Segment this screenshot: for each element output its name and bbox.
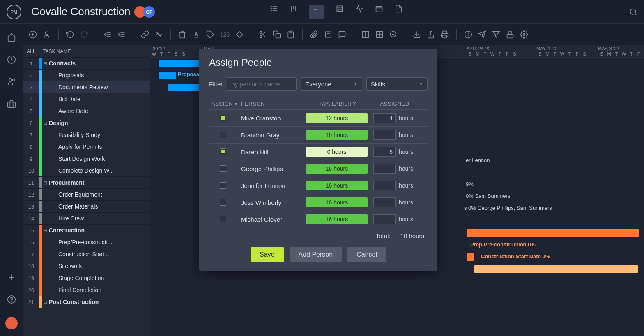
indent-icon[interactable]: [117, 30, 126, 39]
redo-icon[interactable]: [80, 30, 88, 39]
col-task[interactable]: TASK NAME: [39, 49, 71, 54]
task-row[interactable]: 12 Order Equipment: [23, 189, 150, 201]
task-row[interactable]: 17 Construction Start ...: [23, 248, 150, 260]
task-row[interactable]: 21 ⊟ Post Construction: [23, 296, 150, 308]
zoom-icon[interactable]: [389, 30, 398, 39]
filter-input[interactable]: [227, 77, 297, 91]
gantt-icon[interactable]: [309, 5, 324, 19]
team-icon[interactable]: [7, 77, 16, 86]
trash-icon[interactable]: [178, 30, 186, 39]
task-row[interactable]: 3 Documents Review: [23, 81, 150, 93]
gantt-bar[interactable]: [467, 229, 639, 237]
cut-icon[interactable]: [259, 30, 267, 39]
board-icon[interactable]: [290, 5, 298, 13]
person-icon[interactable]: [43, 30, 51, 39]
calendar-icon[interactable]: [375, 5, 383, 13]
search-icon[interactable]: [629, 8, 637, 16]
assign-checkbox[interactable]: [220, 199, 226, 206]
expand-icon[interactable]: ⊟: [44, 299, 47, 305]
assign-checkbox[interactable]: [220, 115, 226, 121]
assign-checkbox[interactable]: [220, 132, 226, 138]
home-icon[interactable]: [7, 33, 16, 42]
settings-icon[interactable]: [520, 30, 528, 39]
assign-checkbox[interactable]: [220, 182, 226, 189]
filter-skills-select[interactable]: Skills▼: [366, 77, 428, 91]
hours-input[interactable]: [373, 181, 396, 190]
send-icon[interactable]: [478, 30, 486, 39]
expand-icon[interactable]: ⊟: [44, 228, 47, 233]
add-icon[interactable]: [7, 273, 16, 282]
undo-icon[interactable]: [66, 30, 74, 39]
task-row[interactable]: 15 ⊟ Construction: [23, 225, 150, 236]
assign-checkbox[interactable]: [220, 165, 226, 172]
hours-input[interactable]: [373, 130, 396, 140]
hours-input[interactable]: [373, 197, 396, 207]
unlink-icon[interactable]: [155, 30, 163, 39]
logo[interactable]: PM: [7, 5, 21, 19]
help-icon[interactable]: [7, 295, 16, 304]
list-icon[interactable]: [270, 5, 278, 13]
hours-input[interactable]: [373, 113, 396, 123]
diamond-icon[interactable]: [235, 30, 244, 39]
task-row[interactable]: 9 Start Design Work: [23, 153, 150, 165]
gantt-bar[interactable]: [467, 253, 474, 261]
assign-checkbox[interactable]: [220, 216, 226, 222]
task-row[interactable]: 19 Stage Completion: [23, 272, 150, 284]
task-row[interactable]: 5 Award Date: [23, 105, 150, 117]
task-row[interactable]: 2 Proposals: [23, 70, 150, 81]
col-all[interactable]: ALL: [23, 49, 39, 54]
task-row[interactable]: 8 Apply for Permits: [23, 141, 150, 153]
task-list-body[interactable]: 1 ⊟ Contracts2 Proposals3 Documents Revi…: [23, 58, 150, 336]
share-icon[interactable]: [427, 30, 435, 39]
clock-icon[interactable]: [7, 55, 16, 64]
grid-icon[interactable]: [375, 30, 384, 39]
briefcase-icon[interactable]: [7, 100, 16, 109]
task-row[interactable]: 18 Site work: [23, 260, 150, 272]
tag-icon[interactable]: [206, 30, 214, 39]
info-icon[interactable]: [464, 30, 472, 39]
hours-input[interactable]: [373, 164, 396, 174]
comment-icon[interactable]: [338, 30, 346, 39]
paste-icon[interactable]: [287, 30, 295, 39]
hours-input[interactable]: [373, 147, 396, 157]
download-icon[interactable]: [413, 30, 421, 39]
avatar[interactable]: GP: [143, 6, 155, 18]
outdent-icon[interactable]: [104, 30, 112, 39]
task-row[interactable]: 4 Bid Date: [23, 93, 150, 105]
cancel-button[interactable]: Cancel: [347, 247, 386, 262]
note-icon[interactable]: [324, 30, 332, 39]
expand-icon[interactable]: ⊟: [44, 61, 47, 66]
hours-input[interactable]: [373, 214, 396, 224]
activity-icon[interactable]: [355, 5, 363, 13]
filter-everyone-select[interactable]: Everyone▼: [301, 77, 362, 91]
print-icon[interactable]: [441, 30, 449, 39]
user-avatar[interactable]: [5, 317, 18, 329]
expand-icon[interactable]: ⊟: [44, 180, 47, 185]
task-row[interactable]: 7 Feasibility Study: [23, 129, 150, 141]
col-assign[interactable]: ASSIGN ▾: [209, 101, 241, 107]
gantt-bar[interactable]: [474, 265, 638, 273]
expand-icon[interactable]: ⊟: [44, 120, 47, 126]
task-row[interactable]: 1 ⊟ Contracts: [23, 58, 150, 70]
assign-checkbox[interactable]: [220, 148, 226, 155]
columns-icon[interactable]: [361, 30, 370, 39]
task-row[interactable]: 14 Hire Crew: [23, 213, 150, 225]
task-row[interactable]: 13 Order Materials: [23, 201, 150, 213]
task-row[interactable]: 16 Prep/Pre-constructi...: [23, 236, 150, 248]
task-row[interactable]: 10 Complete Design W...: [23, 165, 150, 177]
lock-icon[interactable]: [506, 30, 514, 39]
task-row[interactable]: 11 ⊟ Procurement: [23, 177, 150, 189]
task-row[interactable]: 20 Final Completion: [23, 284, 150, 296]
sheet-icon[interactable]: [336, 5, 344, 13]
text-color-icon[interactable]: [192, 30, 200, 39]
avatar-stack[interactable]: GP: [137, 6, 155, 18]
link-icon[interactable]: [141, 30, 149, 39]
attachment-icon[interactable]: [310, 30, 318, 39]
save-button[interactable]: Save: [251, 247, 283, 262]
filter-icon[interactable]: [492, 30, 500, 39]
file-icon[interactable]: [395, 5, 403, 13]
copy-icon[interactable]: [273, 30, 281, 39]
task-row[interactable]: 6 ⊟ Design: [23, 117, 150, 129]
add-circle-icon[interactable]: [29, 30, 37, 39]
add-person-button[interactable]: Add Person: [290, 247, 342, 262]
